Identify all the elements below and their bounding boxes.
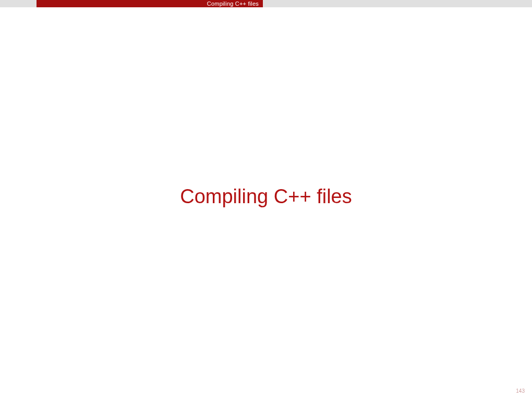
slide-content: Compiling C++ files	[0, 0, 532, 398]
page-number: 143	[516, 388, 525, 394]
slide-title: Compiling C++ files	[180, 185, 352, 208]
